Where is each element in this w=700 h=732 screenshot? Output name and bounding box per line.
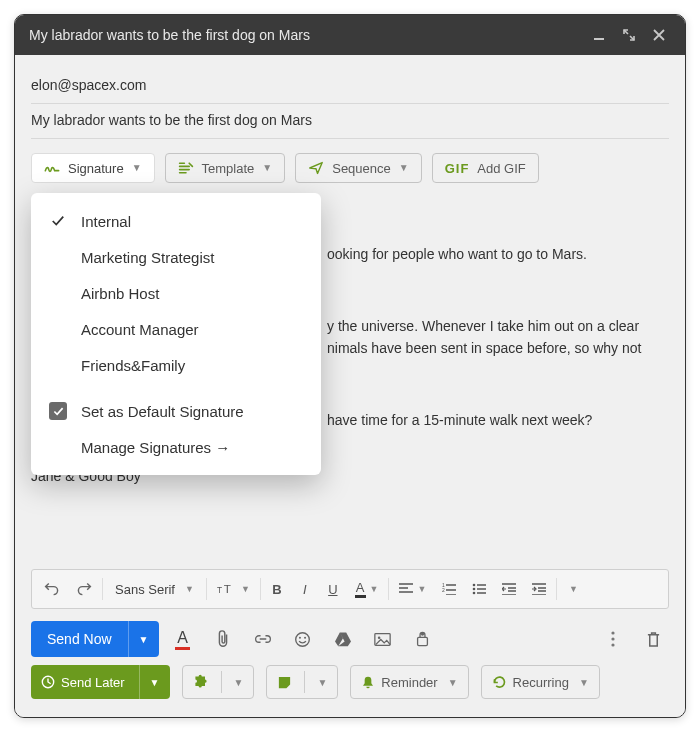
add-gif-label: Add GIF bbox=[477, 162, 525, 175]
puzzle-icon bbox=[193, 674, 209, 690]
template-button[interactable]: Template ▼ bbox=[165, 153, 286, 183]
bullet-list-button[interactable] bbox=[464, 577, 494, 601]
checkbox-checked-icon bbox=[49, 402, 67, 420]
subject-value: My labrador wants to be the first dog on… bbox=[31, 112, 312, 128]
svg-point-15 bbox=[611, 631, 614, 634]
bell-icon bbox=[361, 675, 375, 690]
signature-label: Signature bbox=[68, 162, 124, 175]
insert-emoji-button[interactable] bbox=[287, 623, 319, 655]
recurring-label: Recurring bbox=[513, 675, 569, 690]
insert-drive-button[interactable] bbox=[327, 623, 359, 655]
recurring-button[interactable]: Recurring ▼ bbox=[481, 665, 600, 699]
redo-button[interactable] bbox=[68, 576, 100, 602]
template-label: Template bbox=[202, 162, 255, 175]
send-row: Send Now ▼ A bbox=[31, 609, 669, 665]
note-icon bbox=[277, 675, 292, 690]
add-gif-button[interactable]: GIF Add GIF bbox=[432, 153, 539, 183]
svg-text:T: T bbox=[217, 585, 222, 595]
reminder-button[interactable]: Reminder ▼ bbox=[350, 665, 468, 699]
set-default-label: Set as Default Signature bbox=[81, 403, 244, 420]
chevron-down-icon: ▼ bbox=[448, 677, 458, 688]
font-family-select[interactable]: Sans Serif ▼ bbox=[105, 576, 204, 603]
chevron-down-icon: ▼ bbox=[579, 677, 589, 688]
discard-button[interactable] bbox=[637, 623, 669, 655]
minimize-button[interactable] bbox=[587, 23, 611, 47]
gif-icon: GIF bbox=[445, 162, 470, 175]
font-family-label: Sans Serif bbox=[115, 582, 175, 597]
signature-option-marketing[interactable]: Marketing Strategist bbox=[31, 239, 321, 275]
chevron-down-icon: ▼ bbox=[185, 584, 194, 594]
text-style-button[interactable]: A bbox=[167, 623, 199, 655]
subject-field[interactable]: My labrador wants to be the first dog on… bbox=[31, 104, 669, 139]
signature-option-friends[interactable]: Friends&Family bbox=[31, 347, 321, 383]
body-line-1: ooking for people who want to go to Mars… bbox=[327, 243, 587, 266]
body-line-2a: y the universe. Whenever I take him out … bbox=[327, 315, 639, 338]
svg-text:2: 2 bbox=[442, 587, 445, 593]
extension-row: Send Later ▼ ▼ bbox=[31, 665, 669, 707]
insert-toolbar: Signature ▼ Template ▼ bbox=[31, 139, 669, 189]
svg-point-6 bbox=[473, 588, 476, 591]
insert-image-button[interactable] bbox=[367, 623, 399, 655]
text-color-button[interactable]: A ▼ bbox=[347, 574, 387, 604]
set-default-signature[interactable]: Set as Default Signature bbox=[31, 393, 321, 429]
sequence-label: Sequence bbox=[332, 162, 391, 175]
compose-body: elon@spacex.com My labrador wants to be … bbox=[15, 55, 685, 717]
option-label: Marketing Strategist bbox=[81, 249, 214, 266]
send-later-dropdown[interactable]: ▼ bbox=[139, 665, 170, 699]
svg-point-5 bbox=[473, 584, 476, 587]
to-field[interactable]: elon@spacex.com bbox=[31, 69, 669, 104]
indent-decrease-button[interactable] bbox=[494, 577, 524, 601]
notes-button[interactable]: ▼ bbox=[266, 665, 338, 699]
insert-link-button[interactable] bbox=[247, 623, 279, 655]
manage-signatures[interactable]: Manage Signatures → bbox=[31, 429, 321, 465]
svg-point-12 bbox=[378, 636, 381, 639]
chevron-down-icon: ▼ bbox=[317, 677, 327, 688]
numbered-list-button[interactable]: 1 2 bbox=[434, 577, 464, 601]
svg-point-7 bbox=[473, 592, 476, 595]
send-now-label: Send Now bbox=[31, 621, 128, 657]
titlebar: My labrador wants to be the first dog on… bbox=[15, 15, 685, 55]
undo-button[interactable] bbox=[36, 576, 68, 602]
signature-icon bbox=[44, 161, 60, 175]
signature-option-account[interactable]: Account Manager bbox=[31, 311, 321, 347]
expand-button[interactable] bbox=[617, 23, 641, 47]
template-icon bbox=[178, 161, 194, 175]
signature-option-internal[interactable]: Internal bbox=[31, 203, 321, 239]
chevron-down-icon: ▼ bbox=[399, 163, 409, 173]
option-label: Internal bbox=[81, 213, 131, 230]
italic-button[interactable]: I bbox=[291, 576, 319, 603]
svg-text:T: T bbox=[224, 582, 231, 595]
svg-point-17 bbox=[611, 643, 614, 646]
option-label: Airbnb Host bbox=[81, 285, 159, 302]
svg-point-14 bbox=[421, 632, 424, 635]
recipient-value: elon@spacex.com bbox=[31, 77, 146, 93]
signature-option-airbnb[interactable]: Airbnb Host bbox=[31, 275, 321, 311]
svg-rect-13 bbox=[418, 637, 428, 645]
chevron-down-icon: ▼ bbox=[262, 163, 272, 173]
more-options-button[interactable] bbox=[597, 623, 629, 655]
format-toolbar: Sans Serif ▼ T T ▼ B I U A ▼ ▼ bbox=[31, 569, 669, 609]
confidential-mode-button[interactable] bbox=[407, 623, 439, 655]
attach-file-button[interactable] bbox=[207, 623, 239, 655]
compose-window: My labrador wants to be the first dog on… bbox=[14, 14, 686, 718]
svg-point-10 bbox=[304, 636, 306, 638]
chevron-down-icon: ▼ bbox=[132, 163, 142, 173]
svg-point-8 bbox=[296, 632, 310, 646]
font-size-button[interactable]: T T ▼ bbox=[209, 576, 258, 602]
close-button[interactable] bbox=[647, 23, 671, 47]
body-line-2b: nimals have been sent in space before, s… bbox=[327, 337, 641, 360]
extensions-button[interactable]: ▼ bbox=[182, 665, 255, 699]
underline-button[interactable]: U bbox=[319, 576, 347, 603]
align-button[interactable]: ▼ bbox=[391, 577, 434, 601]
send-later-label: Send Later bbox=[61, 675, 125, 690]
bold-button[interactable]: B bbox=[263, 576, 291, 603]
send-later-button[interactable]: Send Later ▼ bbox=[31, 665, 170, 699]
indent-increase-button[interactable] bbox=[524, 577, 554, 601]
more-format-button[interactable]: ▼ bbox=[559, 578, 587, 600]
send-now-dropdown[interactable]: ▼ bbox=[128, 621, 159, 657]
sequence-icon bbox=[308, 161, 324, 175]
send-now-button[interactable]: Send Now ▼ bbox=[31, 621, 159, 657]
sequence-button[interactable]: Sequence ▼ bbox=[295, 153, 421, 183]
clock-icon bbox=[41, 675, 55, 689]
signature-button[interactable]: Signature ▼ bbox=[31, 153, 155, 183]
